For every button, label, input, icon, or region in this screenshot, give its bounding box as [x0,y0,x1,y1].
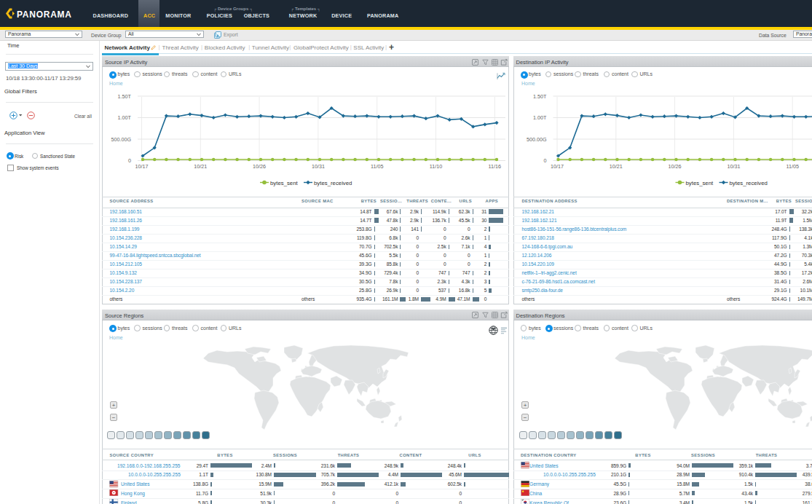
svg-text:11/05: 11/05 [371,163,383,170]
svg-text:bytes_received: bytes_received [314,180,352,186]
svg-text:10/26: 10/26 [668,163,681,170]
svg-text:1.00T: 1.00T [118,114,132,121]
svg-text:1.50T: 1.50T [533,93,547,100]
svg-text:11/05: 11/05 [786,163,798,170]
svg-text:10/17: 10/17 [135,163,149,170]
svg-text:10/17: 10/17 [551,163,564,170]
svg-text:0: 0 [128,157,131,164]
svg-text:1.00T: 1.00T [533,114,547,121]
svg-text:bytes_received: bytes_received [729,180,767,186]
svg-text:10/21: 10/21 [609,163,622,170]
svg-text:bytes_sent: bytes_sent [270,180,299,186]
svg-text:500.00G: 500.00G [111,136,131,143]
svg-text:11/16: 11/16 [489,163,501,170]
svg-text:10/21: 10/21 [194,163,207,170]
svg-text:10/31: 10/31 [727,163,740,170]
svg-text:bytes_sent: bytes_sent [685,180,714,186]
svg-text:0: 0 [543,157,546,164]
svg-text:10/26: 10/26 [253,163,266,170]
svg-text:1.50T: 1.50T [118,93,132,100]
svg-text:11/10: 11/10 [430,163,442,170]
svg-text:500.00G: 500.00G [526,136,546,143]
svg-text:10/31: 10/31 [312,163,325,170]
